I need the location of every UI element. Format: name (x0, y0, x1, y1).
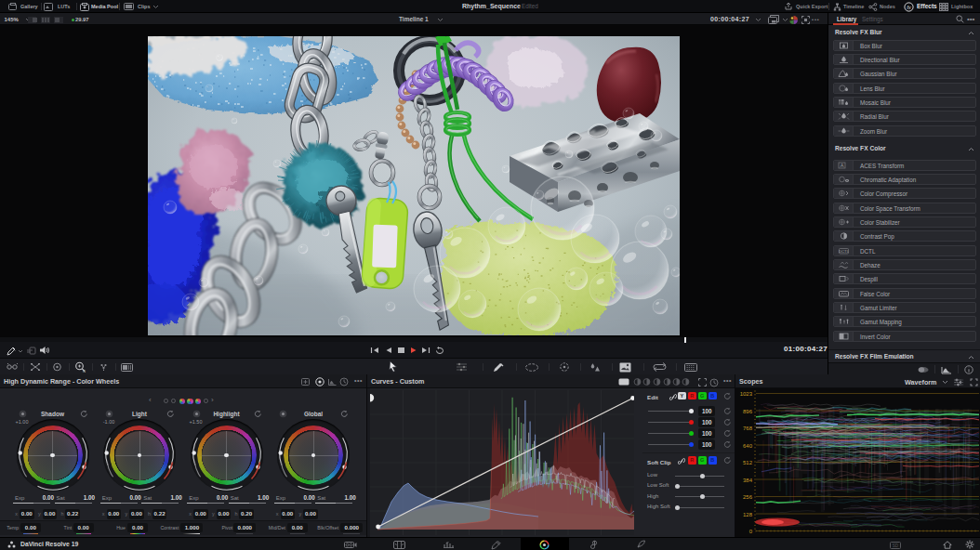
svg-text:128: 128 (743, 512, 753, 517)
svg-text:fx: fx (907, 4, 912, 9)
svg-text:512: 512 (743, 460, 753, 465)
svg-text:896: 896 (743, 409, 753, 414)
svg-text:1023: 1023 (740, 391, 753, 397)
svg-text:640: 640 (743, 443, 753, 449)
svg-text:768: 768 (743, 426, 753, 431)
svg-text:DCTL: DCTL (839, 249, 850, 254)
svg-text:A: A (841, 163, 844, 168)
svg-text:N: N (83, 369, 86, 373)
svg-text:SD: SD (893, 543, 899, 547)
svg-text:384: 384 (743, 478, 753, 483)
svg-text:256: 256 (743, 494, 753, 500)
